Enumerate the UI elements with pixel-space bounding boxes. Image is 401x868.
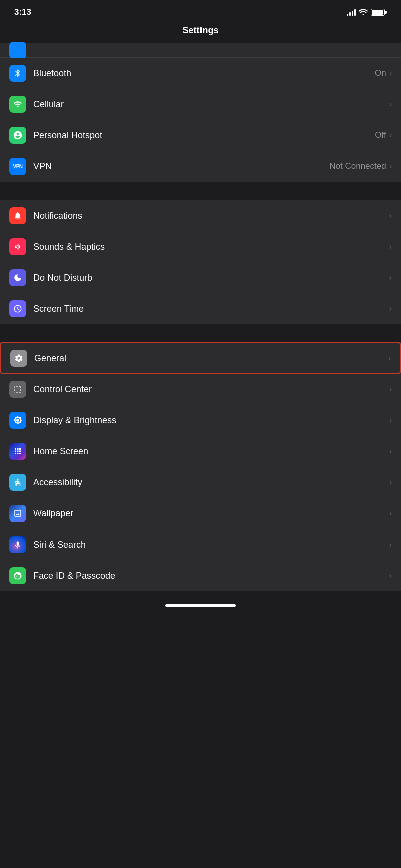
settings-item-notifications[interactable]: Notifications › xyxy=(0,200,401,231)
dnd-icon xyxy=(9,269,26,286)
settings-item-controlcenter[interactable]: Control Center › xyxy=(0,374,401,405)
group-separator-2 xyxy=(0,324,401,342)
controlcenter-icon xyxy=(9,381,26,398)
settings-item-vpn[interactable]: VPN VPN Not Connected › xyxy=(0,151,401,182)
hotspot-chevron: › xyxy=(389,131,392,140)
wifi-icon xyxy=(359,8,368,17)
vpn-icon: VPN xyxy=(9,158,26,175)
screentime-icon xyxy=(9,300,26,317)
faceid-icon xyxy=(9,567,26,584)
display-label: Display & Brightness xyxy=(33,415,389,426)
settings-item-dnd[interactable]: Do Not Disturb › xyxy=(0,262,401,293)
cellular-chevron: › xyxy=(389,100,392,109)
settings-item-general[interactable]: General › xyxy=(0,342,401,374)
display-chevron: › xyxy=(389,416,392,425)
faceid-label: Face ID & Passcode xyxy=(33,571,389,581)
general-label: General xyxy=(34,353,388,364)
homescreen-chevron: › xyxy=(389,447,392,456)
wallpaper-chevron: › xyxy=(389,509,392,518)
accessibility-label: Accessibility xyxy=(33,477,389,488)
vpn-label: VPN xyxy=(33,161,329,172)
settings-item-wallpaper[interactable]: Wallpaper › xyxy=(0,498,401,529)
sounds-chevron: › xyxy=(389,242,392,251)
screentime-chevron: › xyxy=(389,304,392,313)
accessibility-icon xyxy=(9,474,26,491)
screentime-label: Screen Time xyxy=(33,304,389,314)
settings-item-homescreen[interactable]: Home Screen › xyxy=(0,436,401,467)
bluetooth-value: On xyxy=(375,68,386,78)
controlcenter-label: Control Center xyxy=(33,384,389,395)
group-separator-1 xyxy=(0,182,401,200)
vpn-value: Not Connected xyxy=(329,161,386,171)
status-icons xyxy=(347,8,387,17)
notifications-label: Notifications xyxy=(33,211,389,221)
settings-item-siri[interactable]: Siri & Search › xyxy=(0,529,401,560)
siri-label: Siri & Search xyxy=(33,540,389,550)
svg-point-0 xyxy=(17,479,19,480)
system-group-1: Notifications › Sounds & Haptics › Do No… xyxy=(0,200,401,324)
dnd-label: Do Not Disturb xyxy=(33,273,389,283)
siri-chevron: › xyxy=(389,540,392,549)
settings-item-hotspot[interactable]: Personal Hotspot Off › xyxy=(0,120,401,151)
siri-icon xyxy=(9,536,26,553)
dnd-chevron: › xyxy=(389,273,392,282)
wallpaper-label: Wallpaper xyxy=(33,508,389,519)
controlcenter-chevron: › xyxy=(389,385,392,394)
sounds-icon xyxy=(9,238,26,255)
bluetooth-icon xyxy=(9,65,26,82)
display-icon xyxy=(9,412,26,429)
signal-icon xyxy=(347,9,356,16)
partial-icon xyxy=(9,42,26,59)
general-chevron: › xyxy=(388,354,391,363)
notifications-chevron: › xyxy=(389,211,392,220)
settings-item-bluetooth[interactable]: Bluetooth On › xyxy=(0,58,401,89)
settings-item-screentime[interactable]: Screen Time › xyxy=(0,293,401,324)
connectivity-group: Bluetooth On › Cellular › Personal Hotsp… xyxy=(0,58,401,182)
homescreen-label: Home Screen xyxy=(33,446,389,457)
wallpaper-icon xyxy=(9,505,26,522)
battery-icon xyxy=(371,9,387,16)
settings-item-cellular[interactable]: Cellular › xyxy=(0,89,401,120)
home-indicator xyxy=(165,604,236,607)
settings-item-faceid[interactable]: Face ID & Passcode › xyxy=(0,560,401,591)
vpn-chevron: › xyxy=(389,162,392,171)
settings-item-accessibility[interactable]: Accessibility › xyxy=(0,467,401,498)
hotspot-icon xyxy=(9,127,26,144)
status-time: 3:13 xyxy=(14,7,31,17)
bottom-bar xyxy=(0,591,401,617)
system-group-2: General › Control Center › Display & Bri… xyxy=(0,342,401,591)
faceid-chevron: › xyxy=(389,571,392,580)
partial-top-item xyxy=(0,43,401,58)
page-title: Settings xyxy=(182,25,218,35)
homescreen-icon xyxy=(9,443,26,460)
general-icon xyxy=(10,350,27,367)
nav-title: Settings xyxy=(0,22,401,43)
settings-item-sounds[interactable]: Sounds & Haptics › xyxy=(0,231,401,262)
hotspot-label: Personal Hotspot xyxy=(33,130,375,141)
sounds-label: Sounds & Haptics xyxy=(33,242,389,252)
status-bar: 3:13 xyxy=(0,0,401,22)
bluetooth-chevron: › xyxy=(389,69,392,78)
notifications-icon xyxy=(9,207,26,224)
accessibility-chevron: › xyxy=(389,478,392,487)
settings-item-display[interactable]: Display & Brightness › xyxy=(0,405,401,436)
cellular-label: Cellular xyxy=(33,99,386,110)
bluetooth-label: Bluetooth xyxy=(33,68,375,79)
cellular-icon xyxy=(9,96,26,113)
hotspot-value: Off xyxy=(375,130,386,140)
